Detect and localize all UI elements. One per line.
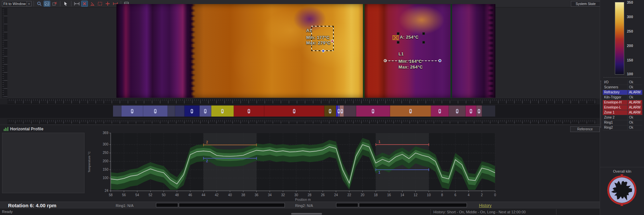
svg-text:8: 8 (441, 193, 443, 197)
zone-segment[interactable] (143, 105, 168, 117)
view-mode-select[interactable]: Fit to Window v (2, 1, 32, 6)
line-l1-label: L1 (398, 51, 404, 56)
status-row[interactable]: Ring1Ok (603, 120, 642, 125)
zone-segment[interactable] (234, 105, 264, 117)
svg-text:200: 200 (103, 159, 108, 163)
status-row[interactable]: Zone 2Ok (603, 115, 642, 120)
thermometer-icon (340, 109, 343, 113)
svg-text:150: 150 (103, 168, 108, 171)
zone-segment[interactable] (200, 105, 211, 117)
overall-kiln-gauge[interactable] (606, 174, 638, 206)
zone-segment[interactable] (175, 105, 184, 117)
zone-segment[interactable] (356, 105, 390, 117)
right-sidebar: 350300250200150100 I/OOkScannersOkRefrac… (600, 0, 644, 215)
svg-text:2: 2 (206, 159, 208, 163)
view-mode-value[interactable]: Fit to Window (2, 1, 27, 6)
status-row[interactable]: Envelope-HALARM (603, 100, 642, 105)
status-row[interactable]: Envelope-LALARM (603, 105, 642, 110)
image-icon[interactable] (44, 1, 50, 7)
zone-strip-row (0, 104, 600, 118)
svg-text:50: 50 (162, 193, 166, 197)
thermometer-icon (337, 109, 340, 113)
status-row[interactable]: I/OOk (603, 80, 642, 85)
zone-segment[interactable] (113, 105, 121, 117)
min-point-marker (322, 49, 325, 52)
horizontal-profile-panel: Horizontal Profile Reference 22113693002… (0, 125, 600, 202)
zone-segment[interactable] (390, 105, 431, 117)
thermometer-icon (154, 109, 157, 113)
thermal-image[interactable]: A1 Min: 177°C Max: 279°C A: 254°C L1 Min… (116, 4, 495, 98)
svg-text:Temperature °C: Temperature °C (88, 151, 91, 173)
temperature-color-scale (615, 2, 624, 75)
thermometer-icon (293, 109, 296, 113)
thermometer-icon (456, 109, 458, 113)
zone-segment[interactable] (264, 105, 324, 117)
line-l1-end[interactable] (438, 59, 441, 62)
search-icon[interactable] (36, 1, 43, 7)
zone-segment[interactable] (466, 105, 476, 117)
thermometer-icon (372, 109, 374, 113)
selection-handle[interactable] (422, 32, 425, 35)
kiln-seam-line (450, 4, 452, 98)
zone-segment[interactable] (324, 105, 336, 117)
panel-splitter[interactable] (600, 81, 601, 128)
thermometer-icon (248, 109, 250, 113)
status-value: Ok (627, 125, 642, 130)
overall-kiln-panel: Overall kiln (600, 167, 644, 215)
status-label: Ring1 (603, 120, 627, 125)
width-measure-icon[interactable] (73, 1, 80, 7)
reference-button[interactable]: Reference (570, 126, 600, 132)
status-row[interactable]: RefractoryALARM (603, 90, 642, 95)
status-label: I/O (603, 80, 627, 85)
zone-segment[interactable] (184, 105, 200, 117)
zone-segment[interactable] (476, 105, 482, 117)
status-value: ALARM (627, 100, 642, 105)
status-row[interactable]: ScannersOk (603, 85, 642, 90)
zone-strip (113, 105, 495, 117)
svg-text:0: 0 (494, 193, 496, 197)
status-row[interactable]: Zone 1ALARM (603, 110, 642, 115)
zone-segment[interactable] (431, 105, 449, 117)
svg-text:32: 32 (281, 193, 285, 197)
pointer-icon[interactable] (62, 1, 69, 7)
svg-text:4: 4 (468, 193, 470, 197)
svg-text:52: 52 (149, 193, 153, 197)
roi-rect-icon[interactable] (97, 1, 103, 7)
horizontal-ruler-bottom (7, 120, 596, 124)
spot-a-label[interactable]: A: 254°C (400, 35, 419, 40)
line-l1-start[interactable] (384, 59, 387, 62)
selection-handle[interactable] (397, 32, 399, 35)
svg-text:36: 36 (255, 193, 259, 197)
status-row[interactable]: Ring2Ok (603, 125, 642, 130)
ready-status: Ready (2, 210, 13, 214)
selection-handle[interactable] (397, 41, 399, 44)
status-row[interactable]: Kiln-TriggerOk (603, 95, 642, 100)
ring1-gauge-a (156, 203, 178, 207)
chevron-down-icon[interactable]: v (27, 1, 32, 6)
zone-segment[interactable] (168, 105, 175, 117)
roi-a1-label: A1 (306, 28, 312, 33)
delete-image-icon[interactable] (51, 1, 58, 7)
zone-segment[interactable] (121, 105, 143, 117)
svg-text:24: 24 (334, 193, 338, 197)
zone-segment[interactable] (449, 105, 466, 117)
scale-tick-label: 300 (627, 15, 642, 19)
kiln-status-bar: Rotation 6: 4.00 rpm Ring1: N/A Ring2: N… (0, 202, 644, 209)
zone-segment[interactable] (344, 105, 356, 117)
zone-segment[interactable] (340, 105, 344, 117)
scale-tick-label: 350 (627, 0, 642, 4)
zone-segment[interactable] (211, 105, 234, 117)
svg-text:14: 14 (400, 193, 405, 197)
horizontal-profile-chart[interactable]: 2211369300250200150100245856545250484644… (86, 131, 503, 202)
statusbar-separator (556, 209, 556, 215)
system-state-button[interactable]: System State (571, 1, 600, 7)
delete-roi-icon[interactable] (81, 1, 88, 7)
thermometer-icon (191, 109, 193, 113)
history-link[interactable]: History (479, 203, 491, 208)
zone-segment[interactable] (482, 105, 495, 117)
cross-marker-icon[interactable] (104, 1, 111, 7)
selection-handle[interactable] (422, 41, 425, 44)
svg-text:58: 58 (109, 193, 113, 197)
angle-measure-icon[interactable] (89, 1, 96, 7)
svg-text:38: 38 (241, 193, 246, 197)
